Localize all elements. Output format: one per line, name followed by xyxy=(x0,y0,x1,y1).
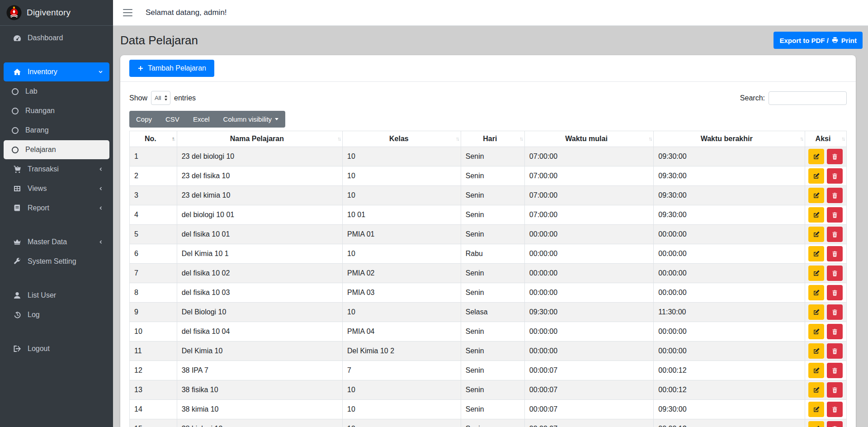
cell-aksi xyxy=(805,342,846,361)
edit-pencil-icon xyxy=(813,231,820,238)
delete-button[interactable] xyxy=(827,324,843,339)
chevron-left-icon xyxy=(98,186,104,191)
delete-button[interactable] xyxy=(827,421,843,427)
edit-button[interactable] xyxy=(808,188,824,203)
pelajaran-table: No.↑↓ Nama Pelajaran↑↓ Kelas↑↓ Hari↑↓ Wa… xyxy=(129,131,847,427)
table-row: 10 del fisika 10 04 PMIA 04 Senin 00:00:… xyxy=(130,322,847,342)
search-input[interactable] xyxy=(769,91,847,105)
crown-icon xyxy=(12,238,22,246)
column-header-waktu-berakhir[interactable]: Waktu berakhir↑↓ xyxy=(654,131,805,147)
sidebar-item-system-setting[interactable]: System Setting xyxy=(4,252,109,271)
column-header-no[interactable]: No.↑↓ xyxy=(130,131,177,147)
column-header-aksi[interactable]: Aksi↑↓ xyxy=(805,131,846,147)
sidebar-item-lab[interactable]: Lab xyxy=(4,82,109,101)
delete-button[interactable] xyxy=(827,168,843,184)
cell-waktu-mulai: 00:00:07 xyxy=(524,380,653,400)
sidebar-item-list-user[interactable]: List User xyxy=(4,286,109,305)
column-header-kelas[interactable]: Kelas↑↓ xyxy=(343,131,461,147)
cell-no: 2 xyxy=(130,166,177,186)
sort-icon: ↑↓ xyxy=(800,136,802,142)
welcome-text: Selamat datang, admin! xyxy=(146,8,227,17)
hamburger-menu-icon[interactable] xyxy=(123,9,132,16)
edit-button[interactable] xyxy=(808,421,824,427)
edit-button[interactable] xyxy=(808,266,824,281)
column-header-waktu-mulai[interactable]: Waktu mulai↑↓ xyxy=(524,131,653,147)
edit-pencil-icon xyxy=(813,250,820,257)
cell-waktu-berakhir: 09:30:00 xyxy=(654,400,805,419)
delete-button[interactable] xyxy=(827,188,843,203)
sidebar-item-ruangan[interactable]: Ruangan xyxy=(4,101,109,120)
cell-aksi xyxy=(805,225,846,244)
delete-button[interactable] xyxy=(827,382,843,398)
sidebar-item-master-data[interactable]: Master Data xyxy=(4,232,109,251)
edit-button[interactable] xyxy=(808,304,824,320)
sidebar-item-report[interactable]: Report xyxy=(4,199,109,218)
sort-icon: ↑↓ xyxy=(841,136,844,142)
trash-icon xyxy=(831,270,838,277)
cell-nama-pelajaran: del biologi 10 01 xyxy=(177,205,342,225)
sidebar-item-transaksi[interactable]: Transaksi xyxy=(4,160,109,179)
edit-button[interactable] xyxy=(808,285,824,300)
cell-kelas: PMIA 01 xyxy=(343,225,461,244)
sidebar-item-pelajaran[interactable]: Pelajaran xyxy=(4,140,109,159)
delete-button[interactable] xyxy=(827,304,843,320)
delete-button[interactable] xyxy=(827,207,843,223)
edit-button[interactable] xyxy=(808,343,824,359)
column-header-nama-pelajaran[interactable]: Nama Pelajaran↑↓ xyxy=(177,131,342,147)
cell-nama-pelajaran: Del Kimia 10 xyxy=(177,342,342,361)
delete-button[interactable] xyxy=(827,266,843,281)
edit-button[interactable] xyxy=(808,402,824,417)
circle-icon xyxy=(10,147,20,153)
tambah-pelajaran-button[interactable]: Tambah Pelajaran xyxy=(129,60,214,77)
sidebar-item-inventory[interactable]: Inventory xyxy=(4,62,109,81)
brand-link[interactable]: Digiventory xyxy=(0,0,113,26)
edit-button[interactable] xyxy=(808,246,824,261)
excel-button[interactable]: Excel xyxy=(186,111,217,128)
sign-out-icon xyxy=(12,345,22,353)
edit-button[interactable] xyxy=(808,382,824,398)
edit-pencil-icon xyxy=(813,386,820,394)
column-header-hari[interactable]: Hari↑↓ xyxy=(461,131,524,147)
cell-waktu-berakhir: 00:00:00 xyxy=(654,283,805,303)
edit-button[interactable] xyxy=(808,324,824,339)
cell-kelas: 10 xyxy=(343,400,461,419)
delete-button[interactable] xyxy=(827,343,843,359)
copy-button[interactable]: Copy xyxy=(129,111,159,128)
cell-waktu-mulai: 00:00:00 xyxy=(524,283,653,303)
table-header-row: No.↑↓ Nama Pelajaran↑↓ Kelas↑↓ Hari↑↓ Wa… xyxy=(130,131,847,147)
delete-button[interactable] xyxy=(827,363,843,378)
page-title: Data Pelajaran xyxy=(120,32,856,48)
cell-no: 9 xyxy=(130,303,177,322)
table-row: 8 del fisika 10 03 PMIA 03 Senin 00:00:0… xyxy=(130,283,847,303)
search-label: Search: xyxy=(740,94,765,102)
edit-button[interactable] xyxy=(808,207,824,223)
trash-icon xyxy=(831,251,838,257)
csv-button[interactable]: CSV xyxy=(159,111,186,128)
sidebar-item-views[interactable]: Views xyxy=(4,179,109,198)
trash-icon xyxy=(831,212,838,218)
delete-button[interactable] xyxy=(827,149,843,164)
table-row: 9 Del Biologi 10 10 Selasa 09:30:00 11:3… xyxy=(130,303,847,322)
entries-length-select[interactable]: All xyxy=(151,91,170,105)
column-visibility-button[interactable]: Column visibility xyxy=(217,111,286,128)
export-pdf-print-button[interactable]: Export to PDF / Print xyxy=(774,32,863,49)
delete-button[interactable] xyxy=(827,246,843,261)
sidebar-item-barang[interactable]: Barang xyxy=(4,121,109,140)
cell-kelas: 10 xyxy=(343,244,461,264)
sidebar-item-dashboard[interactable]: Dashboard xyxy=(4,28,109,47)
delete-button[interactable] xyxy=(827,285,843,300)
delete-button[interactable] xyxy=(827,402,843,417)
select-arrows-icon xyxy=(164,95,168,101)
edit-button[interactable] xyxy=(808,227,824,242)
edit-button[interactable] xyxy=(808,168,824,184)
delete-button[interactable] xyxy=(827,227,843,242)
sidebar-item-log[interactable]: Log xyxy=(4,305,109,324)
edit-button[interactable] xyxy=(808,363,824,378)
sidebar-item-logout[interactable]: Logout xyxy=(4,339,109,358)
cell-nama-pelajaran: del fisika 10 02 xyxy=(177,264,342,283)
chevron-left-icon xyxy=(98,166,104,172)
cell-waktu-mulai: 00:00:07 xyxy=(524,361,653,380)
cell-no: 14 xyxy=(130,400,177,419)
cell-no: 5 xyxy=(130,225,177,244)
edit-button[interactable] xyxy=(808,149,824,164)
